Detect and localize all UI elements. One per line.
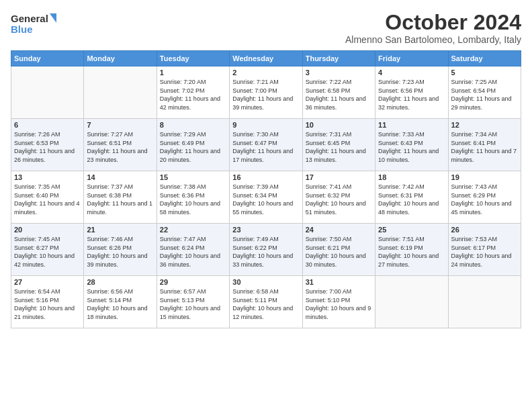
calendar-cell: 24Sunrise: 7:50 AMSunset: 6:21 PMDayligh… bbox=[302, 224, 375, 276]
cell-info: Sunset: 6:49 PM bbox=[160, 139, 226, 148]
cell-info: Sunset: 6:41 PM bbox=[451, 139, 518, 148]
day-number: 17 bbox=[306, 173, 372, 181]
cell-info: Sunset: 6:40 PM bbox=[14, 191, 81, 200]
cell-info: Sunrise: 7:46 AM bbox=[87, 235, 153, 244]
cell-info: Sunset: 5:13 PM bbox=[160, 296, 226, 305]
calendar-cell bbox=[84, 66, 157, 119]
calendar-header: SundayMondayTuesdayWednesdayThursdayFrid… bbox=[11, 51, 521, 66]
day-number: 8 bbox=[160, 121, 226, 129]
day-number: 18 bbox=[378, 173, 445, 181]
day-number: 15 bbox=[160, 173, 226, 181]
cell-info: Daylight: 10 hours and 12 minutes. bbox=[232, 304, 299, 321]
cell-info: Daylight: 11 hours and 23 minutes. bbox=[87, 147, 153, 164]
cell-info: Sunset: 7:00 PM bbox=[232, 87, 299, 95]
cell-info: Sunrise: 6:54 AM bbox=[14, 287, 81, 296]
day-number: 20 bbox=[14, 226, 81, 234]
calendar-cell: 23Sunrise: 7:49 AMSunset: 6:22 PMDayligh… bbox=[230, 224, 302, 276]
cell-info: Sunset: 6:51 PM bbox=[87, 139, 153, 148]
cell-info: Sunrise: 7:35 AM bbox=[14, 183, 81, 191]
cell-info: Daylight: 10 hours and 55 minutes. bbox=[232, 199, 299, 216]
calendar-cell bbox=[448, 276, 521, 328]
cell-info: Daylight: 10 hours and 15 minutes. bbox=[160, 304, 226, 321]
day-number: 10 bbox=[306, 121, 372, 129]
calendar-cell: 16Sunrise: 7:39 AMSunset: 6:34 PMDayligh… bbox=[230, 171, 302, 224]
day-number: 1 bbox=[160, 68, 226, 77]
cell-info: Sunrise: 7:45 AM bbox=[14, 235, 81, 244]
header: General Blue October 2024 Almenno San Ba… bbox=[11, 11, 521, 45]
calendar-cell: 21Sunrise: 7:46 AMSunset: 6:26 PMDayligh… bbox=[84, 224, 157, 276]
cell-info: Sunrise: 7:41 AM bbox=[306, 183, 372, 191]
cell-info: Sunrise: 7:00 AM bbox=[306, 287, 372, 296]
day-number: 23 bbox=[232, 226, 299, 234]
day-number: 30 bbox=[232, 278, 299, 286]
cell-info: Sunrise: 7:50 AM bbox=[306, 235, 372, 244]
calendar-cell: 22Sunrise: 7:47 AMSunset: 6:24 PMDayligh… bbox=[157, 224, 229, 276]
cell-info: Daylight: 10 hours and 21 minutes. bbox=[14, 304, 81, 321]
title-block: October 2024 Almenno San Bartolomeo, Lom… bbox=[345, 11, 521, 45]
header-day: Friday bbox=[375, 51, 448, 66]
calendar-cell: 26Sunrise: 7:53 AMSunset: 6:17 PMDayligh… bbox=[448, 224, 521, 276]
day-number: 31 bbox=[306, 278, 372, 286]
day-number: 13 bbox=[14, 173, 81, 181]
cell-info: Sunset: 6:36 PM bbox=[160, 191, 226, 200]
cell-info: Sunrise: 7:39 AM bbox=[232, 183, 299, 191]
calendar-cell: 13Sunrise: 7:35 AMSunset: 6:40 PMDayligh… bbox=[11, 171, 84, 224]
cell-info: Sunrise: 7:53 AM bbox=[451, 235, 518, 244]
day-number: 19 bbox=[451, 173, 518, 181]
cell-info: Daylight: 11 hours and 32 minutes. bbox=[378, 95, 445, 111]
cell-info: Daylight: 10 hours and 24 minutes. bbox=[451, 252, 518, 269]
calendar-cell bbox=[11, 66, 84, 119]
day-number: 24 bbox=[306, 226, 372, 234]
cell-info: Sunset: 6:56 PM bbox=[378, 87, 445, 95]
calendar-cell: 30Sunrise: 6:58 AMSunset: 5:11 PMDayligh… bbox=[230, 276, 302, 328]
calendar-cell: 2Sunrise: 7:21 AMSunset: 7:00 PMDaylight… bbox=[230, 66, 302, 119]
cell-info: Sunset: 6:54 PM bbox=[451, 87, 518, 95]
cell-info: Daylight: 11 hours and 13 minutes. bbox=[306, 147, 372, 164]
cell-info: Daylight: 11 hours and 39 minutes. bbox=[232, 95, 299, 111]
day-number: 14 bbox=[87, 173, 153, 181]
cell-info: Daylight: 11 hours and 36 minutes. bbox=[306, 95, 372, 111]
day-number: 21 bbox=[87, 226, 153, 234]
day-number: 6 bbox=[14, 121, 81, 129]
calendar-cell: 7Sunrise: 7:27 AMSunset: 6:51 PMDaylight… bbox=[84, 119, 157, 171]
calendar-cell: 9Sunrise: 7:30 AMSunset: 6:47 PMDaylight… bbox=[230, 119, 302, 171]
calendar-row: 6Sunrise: 7:26 AMSunset: 6:53 PMDaylight… bbox=[11, 119, 521, 171]
header-day: Saturday bbox=[448, 51, 521, 66]
calendar-body: 1Sunrise: 7:20 AMSunset: 7:02 PMDaylight… bbox=[11, 66, 521, 328]
cell-info: Sunrise: 7:31 AM bbox=[306, 130, 372, 139]
calendar-cell: 17Sunrise: 7:41 AMSunset: 6:32 PMDayligh… bbox=[302, 171, 375, 224]
cell-info: Daylight: 10 hours and 33 minutes. bbox=[232, 252, 299, 269]
cell-info: Sunrise: 7:22 AM bbox=[306, 78, 372, 87]
calendar-cell: 27Sunrise: 6:54 AMSunset: 5:16 PMDayligh… bbox=[11, 276, 84, 328]
calendar-cell bbox=[375, 276, 448, 328]
cell-info: Daylight: 11 hours and 26 minutes. bbox=[14, 147, 81, 164]
calendar-cell: 12Sunrise: 7:34 AMSunset: 6:41 PMDayligh… bbox=[448, 119, 521, 171]
header-day: Sunday bbox=[11, 51, 84, 66]
cell-info: Sunset: 5:10 PM bbox=[306, 296, 372, 305]
calendar-cell: 28Sunrise: 6:56 AMSunset: 5:14 PMDayligh… bbox=[84, 276, 157, 328]
cell-info: Daylight: 10 hours and 18 minutes. bbox=[87, 304, 153, 321]
cell-info: Daylight: 11 hours and 10 minutes. bbox=[378, 147, 445, 164]
calendar-cell: 8Sunrise: 7:29 AMSunset: 6:49 PMDaylight… bbox=[157, 119, 229, 171]
cell-info: Daylight: 11 hours and 20 minutes. bbox=[160, 147, 226, 164]
cell-info: Sunset: 7:02 PM bbox=[160, 87, 226, 95]
cell-info: Daylight: 11 hours and 29 minutes. bbox=[451, 95, 518, 111]
calendar-cell: 5Sunrise: 7:25 AMSunset: 6:54 PMDaylight… bbox=[448, 66, 521, 119]
calendar-row: 27Sunrise: 6:54 AMSunset: 5:16 PMDayligh… bbox=[11, 276, 521, 328]
calendar-cell: 20Sunrise: 7:45 AMSunset: 6:27 PMDayligh… bbox=[11, 224, 84, 276]
cell-info: Sunrise: 7:37 AM bbox=[87, 183, 153, 191]
cell-info: Daylight: 10 hours and 30 minutes. bbox=[306, 252, 372, 269]
cell-info: Daylight: 10 hours and 9 minutes. bbox=[306, 304, 372, 321]
cell-info: Daylight: 10 hours and 45 minutes. bbox=[451, 199, 518, 216]
day-number: 26 bbox=[451, 226, 518, 234]
calendar-cell: 15Sunrise: 7:38 AMSunset: 6:36 PMDayligh… bbox=[157, 171, 229, 224]
cell-info: Sunrise: 7:29 AM bbox=[160, 130, 226, 139]
cell-info: Sunrise: 7:42 AM bbox=[378, 183, 445, 191]
cell-info: Sunset: 6:58 PM bbox=[306, 87, 372, 95]
day-number: 12 bbox=[451, 121, 518, 129]
cell-info: Sunset: 6:53 PM bbox=[14, 139, 81, 148]
cell-info: Sunrise: 7:20 AM bbox=[160, 78, 226, 87]
calendar-cell: 31Sunrise: 7:00 AMSunset: 5:10 PMDayligh… bbox=[302, 276, 375, 328]
cell-info: Sunrise: 6:58 AM bbox=[232, 287, 299, 296]
day-number: 5 bbox=[451, 68, 518, 77]
